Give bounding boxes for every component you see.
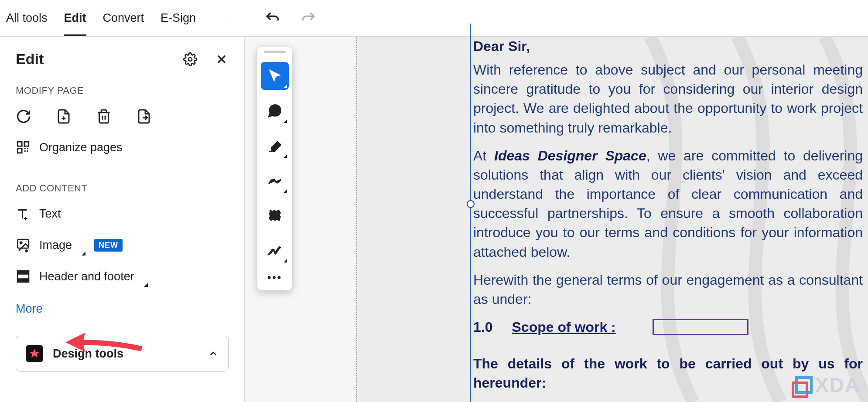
insert-page-icon[interactable] bbox=[56, 109, 72, 124]
document-body[interactable]: Dear Sir, With reference to above subjec… bbox=[473, 37, 868, 402]
xda-watermark: XDA bbox=[795, 373, 860, 397]
add-text-label: Text bbox=[39, 207, 61, 221]
doc-greeting: Dear Sir, bbox=[473, 38, 530, 54]
doc-paragraph-1: With reference to above subject and our … bbox=[473, 60, 863, 137]
menu-esign[interactable]: E-Sign bbox=[161, 11, 196, 25]
header-footer-icon bbox=[16, 269, 31, 284]
submenu-indicator-icon bbox=[81, 238, 85, 252]
close-icon[interactable] bbox=[215, 52, 229, 66]
draw-icon bbox=[267, 173, 283, 188]
svg-rect-8 bbox=[17, 279, 29, 282]
select-tool-button[interactable] bbox=[261, 62, 289, 90]
doc-paragraph-3: Herewith the general terms of our engage… bbox=[473, 270, 863, 309]
add-text-button[interactable]: Text bbox=[16, 206, 229, 221]
textbox-icon bbox=[267, 208, 283, 223]
design-tools-label: Design tools bbox=[53, 347, 123, 361]
svg-rect-3 bbox=[17, 149, 22, 153]
page-left-edge bbox=[356, 37, 357, 402]
sign-icon bbox=[267, 242, 283, 258]
top-toolbar: All tools Edit Convert E-Sign bbox=[0, 0, 868, 37]
svg-point-0 bbox=[188, 58, 192, 61]
menu-convert[interactable]: Convert bbox=[103, 11, 144, 25]
organize-pages-label: Organize pages bbox=[39, 141, 123, 154]
more-tools-button[interactable]: ••• bbox=[267, 271, 282, 283]
doc-paragraph-2: At Ideas Designer Space, we are committe… bbox=[473, 146, 863, 262]
text-selection-edge bbox=[470, 24, 471, 402]
undo-redo-group bbox=[264, 10, 317, 27]
section-add-content: ADD CONTENT bbox=[16, 183, 229, 194]
svg-point-5 bbox=[20, 242, 22, 244]
chevron-up-icon bbox=[208, 348, 219, 359]
add-image-label: Image bbox=[39, 238, 72, 252]
more-link[interactable]: More bbox=[16, 302, 43, 316]
modify-page-actions bbox=[16, 109, 229, 124]
cursor-icon bbox=[267, 68, 283, 84]
doc-scope-title: Scope of work : bbox=[512, 317, 615, 337]
svg-rect-7 bbox=[17, 271, 29, 274]
sidepanel-title: Edit bbox=[16, 51, 44, 68]
svg-rect-1 bbox=[17, 142, 22, 146]
add-image-button[interactable]: Image NEW bbox=[16, 238, 229, 252]
sidepanel-header: Edit bbox=[16, 51, 229, 68]
section-modify-page: MODIFY PAGE bbox=[16, 85, 229, 96]
submenu-indicator-icon bbox=[143, 270, 148, 283]
undo-icon[interactable] bbox=[264, 10, 281, 27]
xda-logo-icon bbox=[795, 376, 813, 394]
doc-selection-box[interactable] bbox=[653, 319, 748, 335]
header-footer-button[interactable]: Header and footer bbox=[16, 269, 229, 284]
gear-icon[interactable] bbox=[183, 52, 197, 66]
textbox-tool-button[interactable] bbox=[261, 201, 289, 229]
doc-company-name: Ideas Designer Space bbox=[494, 148, 646, 164]
comment-icon bbox=[267, 103, 283, 119]
floating-toolbar[interactable]: ••• bbox=[257, 47, 292, 290]
draw-tool-button[interactable] bbox=[261, 167, 289, 194]
svg-rect-2 bbox=[24, 142, 29, 146]
toolbar-divider bbox=[230, 10, 230, 26]
drag-handle-icon[interactable] bbox=[264, 51, 286, 53]
image-icon bbox=[16, 238, 31, 252]
design-tools-expander[interactable]: Design tools bbox=[16, 336, 229, 371]
edit-sidepanel: Edit MODIFY PAGE Organize pages ADD CONT… bbox=[0, 37, 244, 385]
extract-page-icon[interactable] bbox=[136, 109, 152, 124]
text-icon bbox=[16, 206, 31, 221]
organize-pages-button[interactable]: Organize pages bbox=[16, 140, 229, 155]
comment-tool-button[interactable] bbox=[261, 97, 289, 125]
document-viewport[interactable]: Dear Sir, With reference to above subjec… bbox=[356, 37, 868, 402]
header-footer-label: Header and footer bbox=[39, 270, 134, 283]
design-tools-icon bbox=[26, 345, 43, 362]
doc-scope-number: 1.0 bbox=[473, 317, 492, 337]
sign-tool-button[interactable] bbox=[261, 236, 289, 264]
redo-icon[interactable] bbox=[300, 10, 317, 27]
menu-all-tools[interactable]: All tools bbox=[6, 11, 48, 25]
doc-scope-row: 1.0 Scope of work : bbox=[473, 317, 863, 337]
organize-icon bbox=[16, 140, 31, 155]
highlight-icon bbox=[267, 138, 283, 153]
menu-edit[interactable]: Edit bbox=[64, 11, 86, 25]
highlight-tool-button[interactable] bbox=[261, 132, 289, 160]
rotate-icon[interactable] bbox=[16, 109, 31, 124]
trash-icon[interactable] bbox=[96, 109, 112, 124]
new-badge: NEW bbox=[94, 239, 123, 252]
